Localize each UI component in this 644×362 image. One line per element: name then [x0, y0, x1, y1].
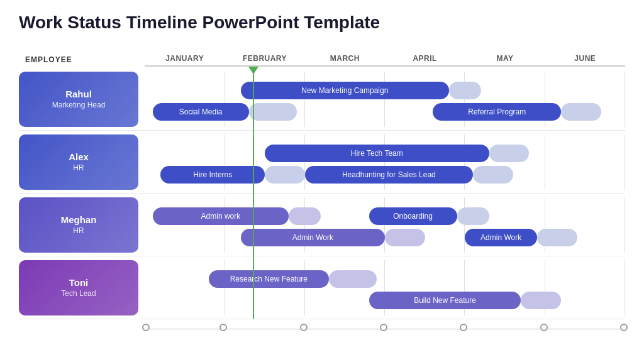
task-bar-spacer [473, 166, 513, 184]
task-bar-spacer [249, 103, 297, 121]
employee-row-alex: AlexHRHire Tech TeamHire InternsHeadhunt… [19, 131, 625, 194]
task-bar-spacer [289, 207, 321, 225]
header-row: EMPLOYEE JANUARY FEBRUARY MARCH APRIL MA… [19, 44, 625, 67]
employee-name-toni: Toni [69, 277, 89, 288]
employee-role-rahul: Marketing Head [52, 101, 106, 109]
grid-line [145, 197, 225, 253]
page: Work Status Timeline PowerPoint Template… [0, 0, 644, 362]
page-title: Work Status Timeline PowerPoint Template [19, 13, 625, 33]
month-apr: APRIL [385, 54, 465, 67]
task-bar-headhunting-for-sales-lead: Headhunting for Sales Lead [305, 166, 473, 184]
employee-name-alex: Alex [69, 151, 89, 162]
current-date-triangle [248, 67, 258, 74]
timeline-area-rahul: New Marketing CampaignSocial MediaReferr… [145, 72, 625, 127]
task-bar-spacer [265, 166, 305, 184]
employee-role-alex: HR [73, 163, 84, 172]
task-bar-spacer [537, 229, 577, 246]
employee-rows: RahulMarketing HeadNew Marketing Campaig… [19, 68, 625, 319]
employee-card-meghan: MeghanHR [19, 197, 138, 253]
task-bar-spacer [521, 292, 561, 309]
timeline-segment-4 [385, 319, 465, 329]
month-jun: JUNE [545, 54, 625, 67]
task-bar-social-media: Social Media [153, 103, 249, 121]
timeline-segment-3 [305, 319, 385, 329]
task-bar-spacer [457, 207, 489, 225]
task-bar-spacer [385, 229, 425, 246]
task-bar-spacer [561, 103, 601, 121]
employee-name-meghan: Meghan [61, 214, 97, 225]
timeline-header: JANUARY FEBRUARY MARCH APRIL MAY JUNE [145, 54, 625, 67]
employee-card-rahul: RahulMarketing Head [19, 72, 138, 127]
employee-row-toni: ToniTech LeadResearch New FeatureBuild N… [19, 256, 625, 319]
task-bar-referral-program: Referral Program [433, 103, 561, 121]
timeline-segment-6 [545, 319, 625, 329]
task-bar-admin-work: Admin work [153, 207, 289, 225]
month-mar: MARCH [305, 54, 385, 67]
month-feb: FEBRUARY [225, 54, 304, 67]
task-bar-admin-work: Admin Work [465, 229, 537, 246]
timeline-segment-1 [145, 319, 225, 329]
employee-name-rahul: Rahul [65, 89, 92, 99]
task-bar-spacer [329, 270, 377, 288]
timeline-area-toni: Research New FeatureBuild New Feature [145, 260, 625, 315]
employee-role-meghan: HR [73, 226, 84, 235]
employee-col-header: EMPLOYEE [19, 55, 145, 67]
timeline-area-meghan: Admin workOnboardingAdmin WorkAdmin Work [145, 197, 625, 253]
task-bar-hire-tech-team: Hire Tech Team [265, 145, 489, 162]
timeline-wrapper: RahulMarketing HeadNew Marketing Campaig… [19, 68, 625, 319]
task-bar-admin-work: Admin Work [241, 229, 385, 246]
grid-line [225, 260, 304, 315]
employee-row-rahul: RahulMarketing HeadNew Marketing Campaig… [19, 68, 625, 131]
gantt-container: EMPLOYEE JANUARY FEBRUARY MARCH APRIL MA… [19, 44, 625, 329]
task-bar-build-new-feature: Build New Feature [369, 292, 521, 309]
grid-line [145, 260, 225, 315]
timeline-segment-5 [465, 319, 545, 329]
task-bar-new-marketing-campaign: New Marketing Campaign [241, 82, 449, 99]
task-bar-hire-interns: Hire Interns [160, 166, 265, 184]
grid-line [305, 72, 385, 127]
task-bar-spacer [489, 145, 530, 162]
task-bar-spacer [449, 82, 481, 99]
grid-line [545, 134, 625, 190]
month-may: MAY [465, 54, 545, 67]
timeline-segment-2 [225, 319, 304, 329]
timeline-area-alex: Hire Tech TeamHire InternsHeadhunting fo… [145, 134, 625, 190]
month-jan: JANUARY [145, 54, 225, 67]
employee-row-meghan: MeghanHRAdmin workOnboardingAdmin WorkAd… [19, 194, 625, 256]
employee-card-toni: ToniTech Lead [19, 260, 138, 315]
employee-card-alex: AlexHR [19, 134, 138, 190]
current-date-line [253, 68, 254, 319]
task-bar-onboarding: Onboarding [369, 207, 457, 225]
bottom-timeline [145, 319, 625, 329]
employee-role-toni: Tech Lead [61, 289, 96, 298]
task-bar-research-new-feature: Research New Feature [209, 270, 329, 288]
